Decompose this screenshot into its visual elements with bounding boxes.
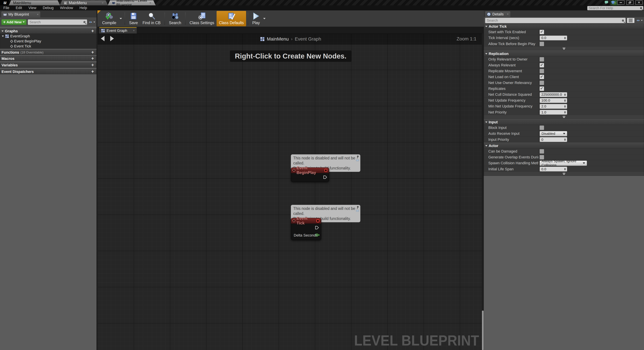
- breadcrumb-root[interactable]: MainMenu: [267, 36, 289, 42]
- collapse-arrow-icon[interactable]: [485, 121, 487, 123]
- float-output-pin[interactable]: [315, 233, 320, 237]
- spinner-icon[interactable]: [564, 93, 566, 96]
- number-input[interactable]: 2.0: [540, 104, 567, 109]
- close-icon[interactable]: ×: [37, 13, 38, 16]
- tutorials-graduation-cap-icon[interactable]: [610, 0, 616, 5]
- dropdown-auto-receive-input[interactable]: Disabled: [540, 131, 567, 136]
- spinner-icon[interactable]: [564, 168, 566, 170]
- node-disabled-indicator[interactable]: [324, 169, 327, 172]
- blueprint-search-input[interactable]: [30, 20, 84, 24]
- section-event-dispatchers[interactable]: Event Dispatchers +: [0, 69, 96, 74]
- add-function-button[interactable]: +: [91, 50, 94, 55]
- checkbox[interactable]: [540, 57, 544, 61]
- menu-edit[interactable]: Edit: [16, 6, 22, 10]
- breadcrumb-current[interactable]: Event Graph: [295, 36, 321, 42]
- collapse-arrow-icon[interactable]: [485, 145, 487, 146]
- section-variables[interactable]: Variables +: [0, 62, 96, 68]
- help-search-box[interactable]: [587, 6, 643, 10]
- collapse-arrow-icon[interactable]: [485, 53, 487, 54]
- checkbox[interactable]: [540, 42, 544, 46]
- tab-event-graph[interactable]: Event Graph ×: [99, 27, 137, 33]
- tree-item-event-tick[interactable]: Event Tick: [0, 44, 96, 49]
- number-input[interactable]: 0: [540, 137, 567, 142]
- checkbox[interactable]: [540, 86, 544, 91]
- class-settings-button[interactable]: Class Settings: [187, 11, 216, 26]
- spinner-icon[interactable]: [564, 105, 566, 108]
- number-input[interactable]: 0.0: [540, 35, 567, 40]
- checkbox[interactable]: [540, 155, 544, 159]
- scrollbar-thumb[interactable]: [482, 311, 484, 350]
- section-header[interactable]: Actor Tick: [484, 24, 644, 29]
- number-input[interactable]: 0.0: [540, 167, 567, 171]
- checkbox[interactable]: [540, 149, 544, 154]
- section-header[interactable]: Actor: [484, 143, 644, 148]
- menu-help[interactable]: Help: [80, 6, 87, 10]
- node-disabled-indicator[interactable]: [316, 219, 320, 222]
- add-macro-button[interactable]: +: [91, 56, 94, 61]
- add-graph-button[interactable]: +: [91, 28, 94, 34]
- spinner-icon[interactable]: [564, 111, 566, 113]
- node-event-beginplay[interactable]: Event BeginPlay: [291, 167, 329, 182]
- checkbox[interactable]: [540, 63, 544, 67]
- visibility-filter-button[interactable]: [88, 20, 95, 24]
- details-view-options-button[interactable]: [636, 19, 643, 22]
- compile-options-dropdown-icon[interactable]: [120, 18, 122, 19]
- menu-view[interactable]: View: [28, 6, 36, 10]
- menu-debug[interactable]: Debug: [43, 6, 54, 10]
- restore-button[interactable]: [626, 0, 634, 5]
- exec-output-pin[interactable]: [323, 175, 327, 179]
- pin-bubble-icon[interactable]: [356, 155, 359, 159]
- advanced-expander[interactable]: [484, 47, 644, 50]
- section-header[interactable]: Replication: [484, 51, 644, 56]
- tab-details[interactable]: i Details ×: [485, 11, 510, 17]
- checkbox[interactable]: [540, 75, 544, 79]
- save-button[interactable]: Save: [127, 11, 140, 26]
- add-new-button[interactable]: + Add New: [1, 19, 26, 25]
- node-event-tick[interactable]: Event Tick Delta Seconds: [291, 218, 321, 240]
- close-tab-icon[interactable]: ×: [149, 1, 151, 5]
- section-graphs[interactable]: Graphs +: [0, 28, 96, 34]
- comment-bubble-icon[interactable]: [356, 210, 359, 212]
- search-button[interactable]: Search: [166, 11, 184, 26]
- checkbox[interactable]: [540, 69, 544, 73]
- graph-vertical-scrollbar[interactable]: [482, 33, 484, 350]
- find-in-cb-button[interactable]: Find in CB: [140, 11, 163, 26]
- number-input[interactable]: 225000000.0: [540, 92, 567, 97]
- advanced-expander[interactable]: [484, 115, 644, 119]
- menu-file[interactable]: File: [3, 6, 9, 10]
- play-button[interactable]: Play: [250, 11, 262, 26]
- nav-back-icon[interactable]: [101, 36, 104, 41]
- close-button[interactable]: ✕: [635, 0, 643, 5]
- close-tab-icon[interactable]: ×: [102, 1, 104, 5]
- tab-my-blueprint[interactable]: My Blueprint ×: [1, 11, 40, 17]
- nav-forward-icon[interactable]: [110, 36, 114, 41]
- section-functions[interactable]: Functions (18 Overridable) +: [0, 50, 96, 55]
- collapse-arrow-icon[interactable]: [2, 30, 4, 32]
- window-tab-mainmenu[interactable]: MainMenu: [9, 0, 60, 5]
- property-matrix-button[interactable]: [627, 18, 634, 23]
- advanced-expander[interactable]: [484, 172, 644, 176]
- help-search-input[interactable]: [589, 6, 640, 10]
- spinner-icon[interactable]: [564, 37, 566, 39]
- spinner-icon[interactable]: [564, 99, 566, 102]
- section-macros[interactable]: Macros +: [0, 56, 96, 61]
- add-event-dispatcher-button[interactable]: +: [91, 69, 94, 74]
- exec-output-pin[interactable]: [315, 225, 319, 230]
- checkbox[interactable]: [540, 126, 544, 130]
- collapse-arrow-icon[interactable]: [485, 26, 487, 27]
- details-search-box[interactable]: [485, 18, 626, 23]
- tree-item-eventgraph[interactable]: EventGraph: [0, 34, 96, 39]
- class-defaults-button[interactable]: Class Defaults: [216, 11, 246, 26]
- dropdown-spawn-collision-handling[interactable]: Always Spawn, Ignore Collisions: [540, 161, 587, 166]
- collapse-arrow-icon[interactable]: [2, 35, 4, 37]
- checkbox[interactable]: [540, 30, 544, 34]
- minimize-button[interactable]: [617, 0, 624, 5]
- compile-button[interactable]: Compile: [100, 11, 118, 26]
- graph-canvas[interactable]: MainMenu › Event Graph Zoom 1:1 Right-Cl…: [98, 33, 484, 350]
- window-tab-level-blueprint[interactable]: MainMenu - Level Blueprint ×: [108, 0, 156, 5]
- details-search-input[interactable]: [487, 18, 622, 22]
- close-icon[interactable]: ×: [507, 12, 508, 16]
- blueprint-search-box[interactable]: [28, 19, 87, 25]
- close-icon[interactable]: ×: [133, 29, 135, 32]
- section-header[interactable]: Input: [484, 120, 644, 125]
